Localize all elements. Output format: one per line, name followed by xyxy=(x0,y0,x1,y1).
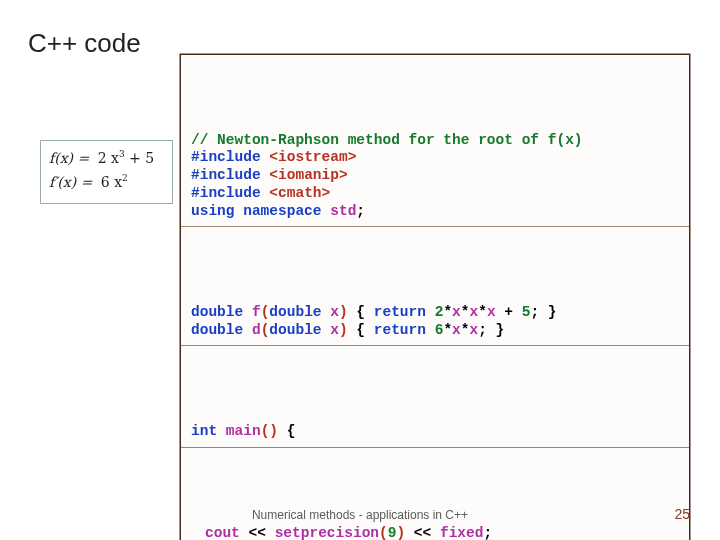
footer-text: Numerical methods - applications in C++ xyxy=(0,508,720,522)
formula-f-lhs: f(x) = xyxy=(49,150,89,166)
slide: C++ code f(x) = 2 x3 + 5 f′(x) = 6 x2 //… xyxy=(0,0,720,540)
formula-f-rhs: 2 x3 + 5 xyxy=(98,150,155,166)
formula-d-lhs: f′(x) = xyxy=(49,174,92,190)
formula-d: f′(x) = 6 x2 xyxy=(49,171,164,195)
formula-f: f(x) = 2 x3 + 5 xyxy=(49,147,164,171)
formula-d-rhs: 6 x2 xyxy=(101,174,128,190)
page-number: 25 xyxy=(674,506,690,522)
code-box: // Newton-Raphson method for the root of… xyxy=(180,54,690,540)
footer: Numerical methods - applications in C++ … xyxy=(0,508,720,522)
code-sec-main-header: int main() { xyxy=(181,399,689,447)
code-sec-includes: // Newton-Raphson method for the root of… xyxy=(181,108,689,227)
slide-title: C++ code xyxy=(28,28,141,59)
formula-box: f(x) = 2 x3 + 5 f′(x) = 6 x2 xyxy=(40,140,173,204)
code-sec-functions: double f(double x) { return 2*x*x*x + 5;… xyxy=(181,280,689,346)
